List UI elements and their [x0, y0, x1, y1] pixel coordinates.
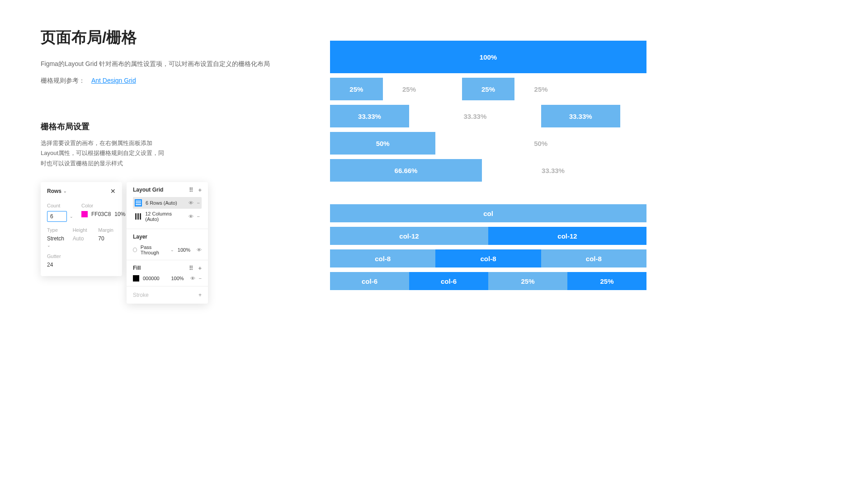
grid-styles-icon[interactable]: ⠿	[189, 187, 193, 193]
grid-cell: col-6	[330, 272, 409, 290]
figma-panels: Rows ⌄ ✕ Count 6 ⌄ Color	[41, 182, 276, 304]
grid-cell: 25%	[462, 78, 515, 100]
stroke-label: Stroke	[133, 292, 149, 298]
type-value[interactable]: Stretch ⌄	[47, 235, 65, 248]
rows-item-label: 6 Rows (Auto)	[146, 200, 177, 206]
count-label: Count	[47, 203, 73, 208]
grid-cell: col-8	[541, 249, 646, 267]
minus-icon[interactable]: −	[197, 200, 200, 206]
page-desc: Figma的Layout Grid 针对画布的属性设置项，可以对画布设置自定义的…	[41, 59, 276, 69]
layer-label: Layer	[133, 234, 147, 240]
grid-cell: 25%	[514, 78, 567, 100]
height-label: Height	[73, 227, 90, 233]
grid-cell: col-12	[488, 227, 646, 245]
grid-cell: 33.33%	[541, 105, 620, 127]
grid-cell: 66.66%	[330, 159, 482, 182]
gutter-label: Gutter	[47, 253, 116, 259]
grid-cell: 33.33%	[435, 105, 514, 127]
count-input[interactable]: 6	[47, 211, 67, 222]
fill-hex[interactable]: 000000	[143, 276, 160, 281]
gutter-value[interactable]: 24	[47, 262, 116, 268]
grid-cell: 33.33%	[330, 105, 409, 127]
page-title: 页面布局/栅格	[41, 27, 276, 48]
plus-icon[interactable]: +	[198, 265, 202, 272]
color-label: Color	[81, 203, 125, 208]
layer-opacity[interactable]: 100%	[178, 247, 190, 253]
plus-icon[interactable]: +	[198, 187, 202, 193]
close-icon[interactable]: ✕	[110, 188, 116, 195]
rows-icon	[135, 199, 142, 206]
eye-icon[interactable]: 👁	[189, 214, 193, 219]
fill-swatch[interactable]	[133, 275, 139, 282]
chevron-down-icon: ⌄	[170, 248, 174, 252]
chevron-down-icon[interactable]: ⌄	[70, 214, 73, 219]
chevron-down-icon: ⌄	[63, 189, 67, 193]
ref-line: 栅格规则参考： Ant Design Grid	[41, 77, 276, 85]
grid-cell: 25%	[567, 272, 646, 290]
ant-design-link[interactable]: Ant Design Grid	[91, 77, 136, 84]
color-swatch[interactable]	[81, 211, 88, 217]
rows-dropdown[interactable]: Rows	[47, 188, 61, 194]
grid-cell: 25%	[383, 78, 436, 100]
color-hex[interactable]: FF03C8	[91, 211, 111, 217]
eye-icon[interactable]: 👁	[190, 276, 195, 281]
rows-panel: Rows ⌄ ✕ Count 6 ⌄ Color	[41, 182, 122, 276]
height-value: Auto	[73, 235, 90, 242]
grid-cell: 25%	[488, 272, 567, 290]
grid-cell: 100%	[330, 41, 646, 73]
margin-label: Margin	[98, 227, 116, 233]
grid-cell: 25%	[330, 78, 383, 100]
grid-cell: col	[330, 204, 646, 222]
color-opacity[interactable]: 10%	[114, 211, 125, 217]
blend-mode[interactable]: Pass Through	[141, 244, 167, 255]
cols-item-label: 12 Columns (Auto)	[145, 211, 184, 222]
styles-icon[interactable]: ⠿	[189, 265, 193, 272]
grid-cell: 50%	[330, 132, 435, 155]
grid-item-cols[interactable]: 12 Columns (Auto) 👁−	[133, 209, 202, 224]
grid-cell: col-8	[330, 249, 435, 267]
grid-demo: 100% 25% 25% 25% 25% 33.33% 33.33% 33.33…	[330, 41, 646, 290]
grid-cell: col-8	[435, 249, 541, 267]
eye-icon[interactable]: 👁	[197, 247, 202, 253]
layout-grid-label: Layout Grid	[133, 187, 163, 193]
minus-icon[interactable]: −	[199, 276, 202, 281]
ref-label: 栅格规则参考：	[41, 77, 85, 84]
section-desc: 选择需要设置的画布，在右侧属性面板添加Layout属性，可以根据栅格规则自定义设…	[41, 138, 167, 168]
fill-label: Fill	[133, 265, 141, 271]
properties-panel: Layout Grid ⠿ + 6 Rows (Auto) 👁− 12 Col	[127, 182, 208, 304]
grid-cell: 33.33%	[514, 159, 593, 182]
blend-icon	[133, 248, 137, 252]
plus-icon[interactable]: +	[198, 292, 202, 298]
grid-item-rows[interactable]: 6 Rows (Auto) 👁−	[133, 197, 202, 209]
columns-icon	[135, 213, 142, 220]
minus-icon[interactable]: −	[197, 214, 200, 219]
fill-opacity[interactable]: 100%	[171, 276, 184, 281]
grid-cell: col-12	[330, 227, 488, 245]
margin-value[interactable]: 70	[98, 235, 116, 242]
section-title: 栅格布局设置	[41, 121, 276, 132]
type-label: Type	[47, 227, 65, 233]
eye-icon[interactable]: 👁	[189, 200, 193, 206]
grid-cell: col-6	[409, 272, 488, 290]
grid-cell: 50%	[488, 132, 594, 155]
